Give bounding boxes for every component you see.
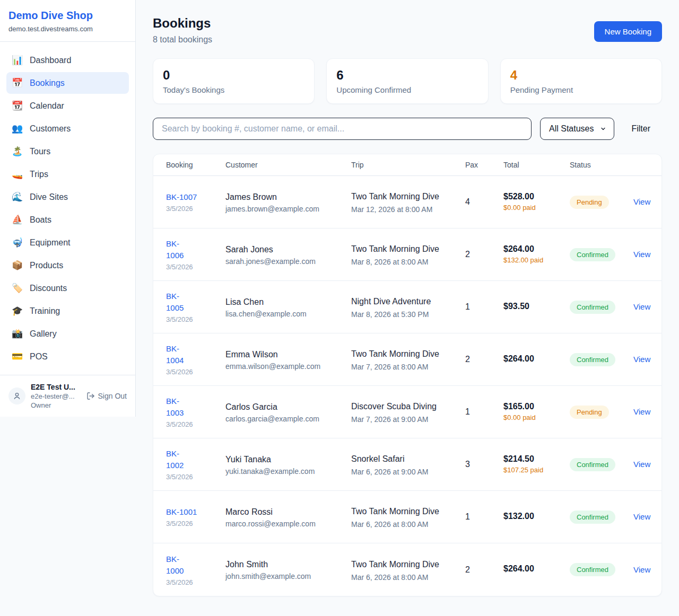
view-link[interactable]: View [633, 512, 650, 521]
total-cell: $528.00 $0.00 paid [503, 192, 570, 213]
calendar-icon: 📆 [12, 100, 22, 111]
customer-name: Emma Wilson [225, 349, 351, 360]
sidebar-nav: 📊 Dashboard 📅 Bookings 📆 Calendar 👥 Cust… [0, 42, 135, 375]
status-cell: Confirmed [570, 563, 633, 576]
sidebar-item-label: Gallery [30, 329, 57, 339]
table-row: BK- 1002 3/5/2026 Yuki Tanaka yuki.tanak… [153, 438, 661, 491]
sidebar-item-training[interactable]: 🎓 Training [6, 300, 129, 322]
sidebar-item-boats[interactable]: ⛵ Boats [6, 209, 129, 231]
booking-cell: BK- 1005 3/5/2026 [166, 291, 225, 323]
customer-cell: Marco Rossi marco.rossi@example.com [225, 506, 351, 528]
tag-icon: 🏷️ [12, 283, 22, 294]
booking-cell: BK- 1003 3/5/2026 [166, 395, 225, 428]
search-input[interactable] [153, 118, 532, 140]
sidebar-item-label: Dive Sites [30, 192, 68, 202]
sailboat-icon: ⛵ [12, 214, 22, 225]
status-cell: Pending [570, 406, 633, 419]
island-icon: 🏝️ [12, 146, 22, 157]
pax-value: 3 [465, 460, 503, 469]
booking-id-link[interactable]: BK- 1002 [166, 448, 225, 471]
customer-name: John Smith [225, 559, 351, 570]
status-select-value: All Statuses [549, 124, 594, 134]
view-link[interactable]: View [633, 355, 650, 364]
booking-id-link[interactable]: BK- 1004 [166, 343, 225, 366]
sidebar-item-gallery[interactable]: 📸 Gallery [6, 323, 129, 345]
booking-id-link[interactable]: BK- 1000 [166, 553, 225, 577]
sidebar-header: Demo Dive Shop demo.test.divestreams.com [0, 0, 135, 42]
pax-value: 1 [465, 302, 503, 312]
sign-out-button[interactable]: Sign Out [86, 392, 127, 400]
booking-id-link[interactable]: BK- 1003 [166, 395, 225, 419]
filter-button[interactable]: Filter [631, 124, 650, 134]
stat-value: 4 [510, 68, 652, 83]
booking-cell: BK-1007 3/5/2026 [166, 191, 225, 213]
view-link[interactable]: View [633, 565, 650, 574]
sidebar-item-customers[interactable]: 👥 Customers [6, 118, 129, 139]
total-cell: $264.00 [503, 564, 570, 575]
customer-name: Lisa Chen [225, 296, 351, 308]
status-badge: Confirmed [570, 301, 615, 314]
sidebar-item-dive-sites[interactable]: 🌊 Dive Sites [6, 186, 129, 208]
main-content: Bookings 8 total bookings New Booking 0 … [136, 0, 679, 613]
sidebar-item-tours[interactable]: 🏝️ Tours [6, 140, 129, 162]
booking-id-link[interactable]: BK-1007 [166, 191, 225, 203]
customer-cell: James Brown james.brown@example.com [225, 191, 351, 213]
sidebar-item-bookings[interactable]: 📅 Bookings [6, 72, 129, 94]
total-cell: $132.00 [503, 512, 570, 523]
trip-cell: Two Tank Morning Dive Mar 6, 2026 at 8:0… [351, 505, 465, 529]
customer-email: james.brown@example.com [225, 205, 351, 213]
status-badge: Pending [570, 196, 609, 209]
sidebar-item-label: Calendar [30, 101, 64, 111]
sidebar-item-trips[interactable]: 🚤 Trips [6, 163, 129, 185]
table-row: BK- 1004 3/5/2026 Emma Wilson emma.wilso… [153, 333, 661, 386]
sidebar-item-products[interactable]: 📦 Products [6, 254, 129, 276]
booking-date: 3/5/2026 [166, 263, 225, 271]
sidebar-item-pos[interactable]: 💳 POS [6, 346, 129, 367]
booking-date: 3/5/2026 [166, 473, 225, 481]
booking-cell: BK- 1006 3/5/2026 [166, 238, 225, 271]
sidebar-item-calendar[interactable]: 📆 Calendar [6, 95, 129, 117]
trip-name: Two Tank Morning Dive [351, 505, 442, 518]
user-email: e2e-tester@... [31, 392, 81, 400]
trip-time: Mar 7, 2026 at 9:00 AM [351, 415, 465, 424]
customer-name: Carlos Garcia [225, 401, 351, 413]
view-link[interactable]: View [633, 407, 650, 416]
booking-id-link[interactable]: BK- 1005 [166, 291, 225, 314]
status-cell: Confirmed [570, 458, 633, 471]
view-link[interactable]: View [633, 250, 650, 259]
sidebar-item-discounts[interactable]: 🏷️ Discounts [6, 277, 129, 299]
diving-mask-icon: 🤿 [12, 237, 22, 248]
new-booking-button[interactable]: New Booking [594, 21, 662, 42]
pax-value: 2 [465, 355, 503, 364]
view-link[interactable]: View [633, 197, 650, 206]
sidebar-item-equipment[interactable]: 🤿 Equipment [6, 232, 129, 253]
trip-time: Mar 12, 2026 at 8:00 AM [351, 205, 465, 214]
sidebar-item-dashboard[interactable]: 📊 Dashboard [6, 49, 129, 71]
customer-cell: Emma Wilson emma.wilson@example.com [225, 349, 351, 371]
status-badge: Confirmed [570, 248, 615, 261]
customer-name: James Brown [225, 191, 351, 203]
status-cell: Confirmed [570, 301, 633, 314]
sidebar-item-label: Products [30, 261, 63, 270]
customer-email: marco.rossi@example.com [225, 520, 351, 528]
status-filter-select[interactable]: All Statuses [540, 118, 614, 140]
trip-cell: Night Dive Adventure Mar 8, 2026 at 5:30… [351, 295, 465, 319]
booking-id-link[interactable]: BK- 1006 [166, 238, 225, 261]
actions-cell: View [633, 250, 650, 259]
status-badge: Pending [570, 406, 609, 419]
sidebar-item-label: Trips [30, 170, 48, 179]
column-header-total: Total [503, 161, 570, 169]
booking-id-link[interactable]: BK-1001 [166, 506, 225, 518]
total-amount: $93.50 [503, 302, 570, 311]
view-link[interactable]: View [633, 302, 650, 311]
paid-amount: $132.00 paid [503, 256, 546, 265]
sidebar-item-label: Training [30, 306, 60, 316]
sidebar-item-label: Dashboard [30, 56, 71, 65]
total-amount: $132.00 [503, 512, 570, 521]
trip-cell: Two Tank Morning Dive Mar 7, 2026 at 8:0… [351, 348, 465, 371]
filter-bar: All Statuses Filter [153, 118, 662, 140]
customer-email: carlos.garcia@example.com [225, 415, 351, 423]
bar-chart-icon: 📊 [12, 55, 22, 66]
view-link[interactable]: View [633, 460, 650, 469]
trip-cell: Two Tank Morning Dive Mar 6, 2026 at 8:0… [351, 558, 465, 582]
